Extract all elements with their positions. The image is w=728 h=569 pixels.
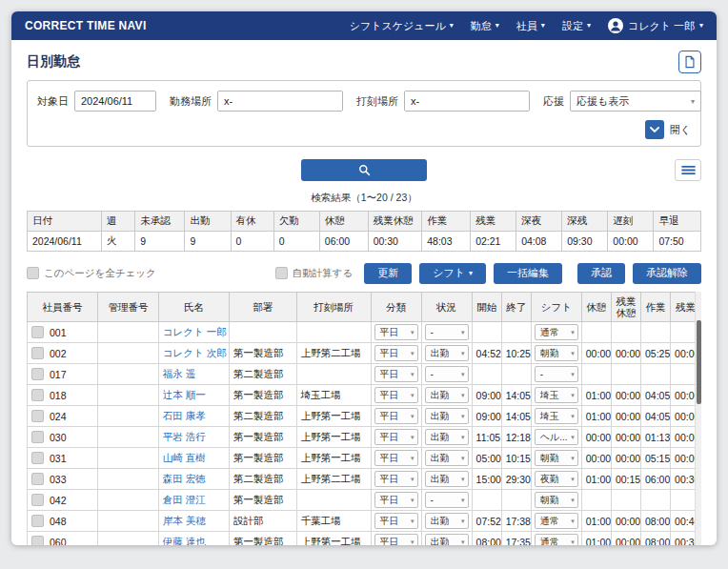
status-select[interactable]: 出勤▾ xyxy=(425,450,469,466)
employee-id-cell: 033 xyxy=(28,469,98,490)
menu-button[interactable] xyxy=(675,159,701,181)
category-cell: 平日▾ xyxy=(371,469,421,490)
select-value: 平日 xyxy=(380,515,399,528)
scrollbar-thumb[interactable] xyxy=(697,320,701,404)
row-checkbox[interactable] xyxy=(31,326,44,338)
row-checkbox[interactable] xyxy=(31,410,44,422)
status-select[interactable]: 出勤▾ xyxy=(425,408,469,424)
chevron-down-icon: ▾ xyxy=(571,329,575,336)
shift-cell: ヘル...▾ xyxy=(531,427,581,448)
status-select[interactable]: 出勤▾ xyxy=(425,534,469,545)
employee-name-link[interactable]: コレクト 一郎 xyxy=(163,326,227,337)
shift-select[interactable]: 夜勤▾ xyxy=(535,471,578,487)
document-icon xyxy=(683,55,697,69)
summary-cell: 04:08 xyxy=(516,232,562,252)
check-all-label: このページを全チェック xyxy=(44,267,156,280)
shift-select[interactable]: 通常▾ xyxy=(535,534,578,545)
auto-calc-checkbox[interactable] xyxy=(275,267,288,279)
status-cell: 出勤▾ xyxy=(421,469,472,490)
date-input[interactable] xyxy=(74,91,156,112)
table-scrollbar[interactable] xyxy=(695,292,701,545)
row-checkbox[interactable] xyxy=(31,473,44,485)
nav-item-shift-schedule[interactable]: シフトスケジュール ▾ xyxy=(350,19,454,33)
shift-select[interactable]: 埼玉▾ xyxy=(535,387,578,403)
status-select[interactable]: 出勤▾ xyxy=(425,345,469,361)
shift-select[interactable]: 朝勤▾ xyxy=(535,492,578,508)
shift-cell: 朝勤▾ xyxy=(531,490,581,511)
employee-name-link[interactable]: 平岩 浩行 xyxy=(163,431,206,442)
shift-select[interactable]: 埼玉▾ xyxy=(535,408,578,424)
shift-cell: 夜勤▾ xyxy=(531,469,581,490)
employee-name-link[interactable]: 山崎 直樹 xyxy=(163,452,206,463)
update-button[interactable]: 更新 xyxy=(364,263,412,284)
employee-name-link[interactable]: 倉田 澄江 xyxy=(163,494,206,505)
status-select[interactable]: 出勤▾ xyxy=(425,513,469,529)
shift-select[interactable]: 通常▾ xyxy=(535,513,578,529)
category-select[interactable]: 平日▾ xyxy=(374,492,418,508)
shift-select[interactable]: ヘル...▾ xyxy=(535,429,578,445)
approve-button[interactable]: 承認 xyxy=(577,263,625,284)
employee-name-link[interactable]: 福永 遥 xyxy=(163,368,195,379)
shift-select[interactable]: 通常▾ xyxy=(535,324,578,340)
category-select[interactable]: 平日▾ xyxy=(374,408,418,424)
row-checkbox[interactable] xyxy=(31,494,44,506)
employee-name-link[interactable]: コレクト 次郎 xyxy=(163,347,227,358)
check-all-checkbox[interactable] xyxy=(27,267,39,279)
category-select[interactable]: 平日▾ xyxy=(374,429,418,445)
row-checkbox[interactable] xyxy=(31,452,44,464)
support-filter-group: 応援 応援も表示 ▾ xyxy=(543,91,701,112)
category-select[interactable]: 平日▾ xyxy=(374,450,418,466)
shift-cell: -▾ xyxy=(531,364,581,385)
category-select[interactable]: 平日▾ xyxy=(374,513,418,529)
nav-item-attendance[interactable]: 勤怠 ▾ xyxy=(471,19,499,33)
shift-select[interactable]: -▾ xyxy=(535,366,578,382)
category-select[interactable]: 平日▾ xyxy=(374,387,418,403)
nav-item-settings[interactable]: 設定 ▾ xyxy=(562,19,591,33)
category-select[interactable]: 平日▾ xyxy=(374,366,418,382)
employee-name-link[interactable]: 石田 康孝 xyxy=(163,410,206,421)
employee-name-link[interactable]: 辻本 順一 xyxy=(163,389,206,400)
stampplace-input[interactable] xyxy=(404,91,530,112)
category-select[interactable]: 平日▾ xyxy=(374,471,418,487)
category-select[interactable]: 平日▾ xyxy=(374,345,418,361)
category-select[interactable]: 平日▾ xyxy=(374,534,418,545)
select-value: 通常 xyxy=(540,536,559,545)
mgmt-number-cell xyxy=(98,385,159,406)
report-button[interactable] xyxy=(678,51,701,73)
summary-header-cell: 日付 xyxy=(28,212,102,232)
row-checkbox[interactable] xyxy=(31,431,44,443)
bulk-edit-button[interactable]: 一括編集 xyxy=(494,263,562,284)
search-button[interactable] xyxy=(301,159,427,181)
select-value: 出勤 xyxy=(431,515,450,528)
employee-name-link[interactable]: 伊藤 達也 xyxy=(163,536,206,545)
shift-select[interactable]: 朝勤▾ xyxy=(535,345,578,361)
unapprove-button[interactable]: 承認解除 xyxy=(633,263,701,284)
status-select[interactable]: 出勤▾ xyxy=(425,387,469,403)
user-menu[interactable]: コレクト 一郎 ▾ xyxy=(608,18,703,33)
shift-button[interactable]: シフト ▾ xyxy=(419,263,486,284)
employee-name-link[interactable]: 岸本 美穂 xyxy=(163,515,206,526)
row-checkbox[interactable] xyxy=(31,515,44,527)
row-checkbox[interactable] xyxy=(31,536,44,545)
support-select[interactable]: 応援も表示 ▾ xyxy=(570,91,701,112)
employee-name-link[interactable]: 森田 宏徳 xyxy=(163,473,206,484)
top-navbar: CORRECT TIME NAVI シフトスケジュール ▾ 勤怠 ▾ 社員 ▾ … xyxy=(11,11,717,40)
status-select[interactable]: -▾ xyxy=(425,492,469,508)
status-select[interactable]: 出勤▾ xyxy=(425,471,469,487)
status-select[interactable]: -▾ xyxy=(425,324,469,340)
row-checkbox[interactable] xyxy=(31,347,44,359)
work-cell: 05:15 xyxy=(640,448,670,469)
select-value: 平日 xyxy=(380,431,399,444)
row-checkbox[interactable] xyxy=(31,389,44,401)
chevron-down-icon: ▾ xyxy=(699,22,703,30)
summary-cell: 0 xyxy=(273,232,319,252)
shift-select[interactable]: 朝勤▾ xyxy=(535,450,578,466)
status-select[interactable]: -▾ xyxy=(425,366,469,382)
category-select[interactable]: 平日▾ xyxy=(374,324,418,340)
expand-filters-button[interactable] xyxy=(645,120,664,139)
row-checkbox[interactable] xyxy=(31,368,44,380)
workplace-input[interactable] xyxy=(217,91,343,112)
nav-item-employees[interactable]: 社員 ▾ xyxy=(516,19,545,33)
select-value: 埼玉 xyxy=(540,389,559,402)
status-select[interactable]: 出勤▾ xyxy=(425,429,469,445)
